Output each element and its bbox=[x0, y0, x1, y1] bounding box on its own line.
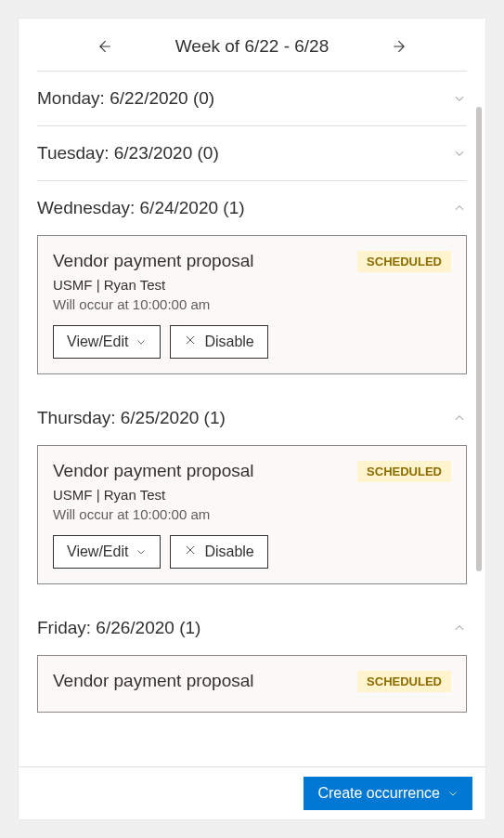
occurrence-card: Vendor payment proposal USMF | Ryan Test… bbox=[37, 235, 467, 374]
chevron-down-icon bbox=[136, 546, 147, 557]
view-edit-label: View/Edit bbox=[67, 543, 128, 560]
week-title: Week of 6/22 - 6/28 bbox=[175, 36, 329, 57]
day-label: Friday: 6/26/2020 (1) bbox=[37, 618, 200, 638]
close-icon bbox=[184, 543, 197, 560]
day-label: Tuesday: 6/23/2020 (0) bbox=[37, 143, 219, 164]
arrow-left-icon bbox=[95, 37, 113, 56]
create-occurrence-label: Create occurrence bbox=[317, 785, 440, 802]
status-badge: SCHEDULED bbox=[357, 671, 451, 692]
card-title: Vendor payment proposal bbox=[53, 671, 254, 691]
scrollbar-thumb[interactable] bbox=[476, 107, 482, 571]
create-occurrence-button[interactable]: Create occurrence bbox=[304, 777, 472, 810]
card-title: Vendor payment proposal bbox=[53, 461, 254, 481]
day-header-tuesday[interactable]: Tuesday: 6/23/2020 (0) bbox=[37, 126, 467, 180]
day-header-monday[interactable]: Monday: 6/22/2020 (0) bbox=[37, 72, 467, 125]
day-label: Monday: 6/22/2020 (0) bbox=[37, 88, 214, 109]
card-time: Will occur at 10:00:00 am bbox=[53, 506, 254, 522]
day-header-thursday[interactable]: Thursday: 6/25/2020 (1) bbox=[37, 391, 467, 445]
disable-label: Disable bbox=[204, 543, 253, 560]
card-time: Will occur at 10:00:00 am bbox=[53, 296, 254, 312]
card-subtitle: USMF | Ryan Test bbox=[53, 487, 254, 503]
status-badge: SCHEDULED bbox=[357, 251, 451, 272]
view-edit-label: View/Edit bbox=[67, 334, 128, 350]
chevron-up-icon bbox=[452, 411, 467, 426]
next-week-button[interactable] bbox=[389, 35, 411, 58]
disable-button[interactable]: Disable bbox=[170, 535, 267, 569]
card-subtitle: USMF | Ryan Test bbox=[53, 277, 254, 293]
chevron-up-icon bbox=[452, 201, 467, 216]
chevron-down-icon bbox=[452, 146, 467, 161]
arrow-right-icon bbox=[391, 37, 409, 56]
chevron-up-icon bbox=[452, 621, 467, 635]
close-icon bbox=[184, 334, 197, 350]
week-panel: Week of 6/22 - 6/28 Monday: 6/22/2020 (0… bbox=[19, 19, 485, 819]
prev-week-button[interactable] bbox=[93, 35, 115, 58]
chevron-down-icon bbox=[452, 91, 467, 106]
status-badge: SCHEDULED bbox=[357, 461, 451, 482]
day-header-friday[interactable]: Friday: 6/26/2020 (1) bbox=[37, 601, 467, 655]
day-label: Thursday: 6/25/2020 (1) bbox=[37, 408, 226, 428]
day-label: Wednesday: 6/24/2020 (1) bbox=[37, 198, 245, 218]
card-title: Vendor payment proposal bbox=[53, 251, 254, 271]
chevron-down-icon bbox=[447, 788, 459, 799]
footer-bar: Create occurrence bbox=[19, 766, 485, 819]
disable-label: Disable bbox=[204, 334, 253, 350]
view-edit-button[interactable]: View/Edit bbox=[53, 325, 161, 359]
chevron-down-icon bbox=[136, 336, 147, 347]
scroll-area[interactable]: Week of 6/22 - 6/28 Monday: 6/22/2020 (0… bbox=[19, 19, 485, 767]
view-edit-button[interactable]: View/Edit bbox=[53, 535, 161, 569]
day-header-wednesday[interactable]: Wednesday: 6/24/2020 (1) bbox=[37, 181, 467, 235]
week-header: Week of 6/22 - 6/28 bbox=[37, 19, 467, 71]
occurrence-card: Vendor payment proposal SCHEDULED bbox=[37, 655, 467, 713]
occurrence-card: Vendor payment proposal USMF | Ryan Test… bbox=[37, 445, 467, 584]
disable-button[interactable]: Disable bbox=[170, 325, 267, 359]
